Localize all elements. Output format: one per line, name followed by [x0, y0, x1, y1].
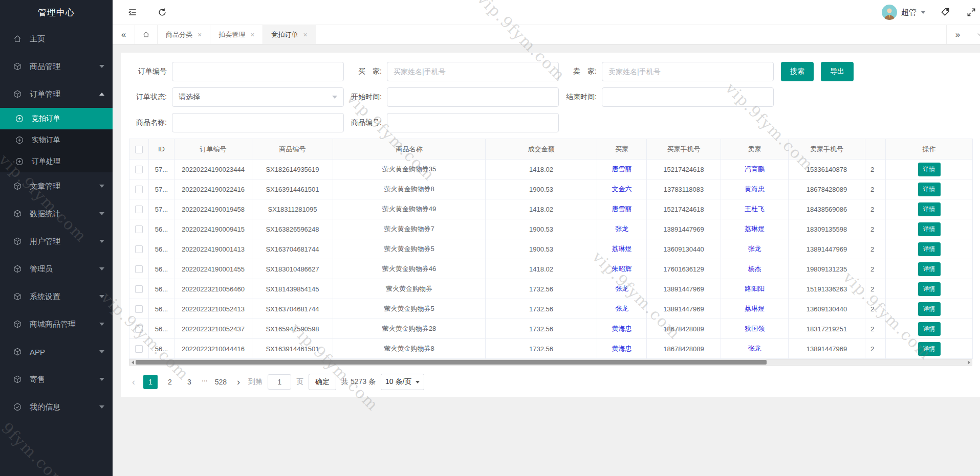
sidebar-subitem[interactable]: 订单处理 — [0, 151, 113, 172]
seller-link[interactable]: 荔琳煜 — [745, 305, 765, 312]
sidebar-item[interactable]: 寄售 — [0, 366, 113, 393]
sidebar-item[interactable]: 系统设置 — [0, 283, 113, 310]
search-button[interactable]: 搜索 — [781, 62, 814, 81]
home-tab-icon[interactable] — [135, 25, 158, 44]
buyer-link[interactable]: 文金六 — [612, 185, 632, 193]
tab-label: 拍卖管理 — [219, 30, 245, 39]
row-checkbox[interactable] — [135, 245, 143, 253]
row-checkbox[interactable] — [135, 345, 143, 353]
detail-button[interactable]: 详情 — [918, 183, 941, 196]
row-checkbox[interactable] — [135, 325, 143, 333]
sidebar-item[interactable]: 数据统计 — [0, 200, 113, 228]
seller-link[interactable]: 路阳阳 — [745, 285, 765, 292]
scroll-left-arrow-icon[interactable] — [129, 359, 136, 365]
detail-button[interactable]: 详情 — [918, 302, 941, 316]
scroll-right-arrow-icon[interactable] — [966, 359, 972, 365]
row-checkbox[interactable] — [135, 305, 143, 313]
close-icon[interactable]: × — [198, 31, 202, 39]
page-size-select[interactable]: 10 条/页 — [381, 374, 424, 390]
select-all-header[interactable] — [129, 139, 149, 160]
product-name-input[interactable] — [172, 113, 344, 132]
fullscreen-icon[interactable] — [966, 7, 977, 18]
goto-page-input[interactable] — [268, 374, 291, 390]
sidebar-item[interactable]: 订单管理 — [0, 80, 113, 108]
refresh-icon[interactable] — [157, 7, 168, 18]
seller-input[interactable] — [602, 62, 774, 81]
seller-link[interactable]: 王杜飞 — [745, 205, 765, 213]
row-checkbox[interactable] — [135, 285, 143, 293]
menu-fold-icon[interactable] — [127, 7, 138, 18]
seller-link[interactable]: 荔琳煜 — [745, 225, 765, 233]
scrollbar-track[interactable] — [136, 359, 966, 365]
buyer-link[interactable]: 朱昭辉 — [612, 265, 632, 273]
seller-link[interactable]: 杨杰 — [748, 265, 761, 273]
sidebar-item[interactable]: 我的信息 — [0, 393, 113, 421]
row-checkbox[interactable] — [135, 225, 143, 233]
goto-confirm-button[interactable]: 确定 — [309, 374, 336, 390]
sidebar-item[interactable]: 主页 — [0, 25, 113, 53]
scrollbar-thumb[interactable] — [136, 360, 767, 365]
close-icon[interactable]: × — [303, 31, 307, 39]
sidebar-item[interactable]: APP — [0, 338, 113, 366]
page-number[interactable]: 528 — [213, 375, 229, 389]
buyer-link[interactable]: 黄海忠 — [612, 345, 632, 352]
prev-page-button[interactable]: ‹ — [129, 377, 138, 388]
product-no-input[interactable] — [387, 113, 559, 132]
detail-button[interactable]: 详情 — [918, 202, 941, 216]
sidebar-item[interactable]: 商城商品管理 — [0, 310, 113, 338]
end-time-input[interactable] — [602, 87, 774, 107]
page-number[interactable]: 3 — [182, 375, 197, 389]
export-button[interactable]: 导出 — [821, 62, 854, 81]
sidebar-subitem[interactable]: 实物订单 — [0, 129, 113, 151]
tag-icon[interactable] — [940, 7, 951, 18]
buyer-link[interactable]: 张龙 — [615, 225, 628, 233]
horizontal-scrollbar[interactable] — [129, 359, 972, 366]
select-all-checkbox[interactable] — [135, 146, 143, 153]
page-number[interactable]: 2 — [163, 375, 177, 389]
sidebar-item[interactable]: 商品管理 — [0, 53, 113, 80]
detail-button[interactable]: 详情 — [918, 222, 941, 236]
detail-button[interactable]: 详情 — [918, 342, 941, 356]
tab-item[interactable]: 商品分类× — [158, 25, 210, 44]
sidebar-item[interactable]: 管理员 — [0, 255, 113, 283]
seller-link[interactable]: 狄国领 — [745, 325, 765, 332]
tabs-scroll-right-icon[interactable]: » — [946, 25, 969, 44]
close-icon[interactable]: × — [250, 31, 254, 39]
amount-cell: 1418.02 — [486, 160, 597, 179]
detail-button[interactable]: 详情 — [918, 262, 941, 276]
seller-link[interactable]: 冯育鹏 — [745, 165, 765, 173]
detail-button[interactable]: 详情 — [918, 282, 941, 296]
tabs-scroll-left-icon[interactable]: « — [113, 25, 135, 44]
detail-button[interactable]: 详情 — [918, 322, 941, 336]
buyer-link[interactable]: 张龙 — [615, 305, 628, 312]
buyer-link[interactable]: 荔琳煜 — [612, 245, 632, 253]
row-checkbox[interactable] — [135, 186, 143, 193]
buyer-link[interactable]: 唐雪丽 — [612, 205, 632, 213]
order-status-select[interactable]: 请选择 — [172, 87, 344, 107]
buyer-input[interactable] — [387, 62, 559, 81]
buyer-link[interactable]: 张龙 — [615, 285, 628, 292]
detail-button[interactable]: 详情 — [918, 163, 941, 176]
tab-active[interactable]: 竞拍订单× — [263, 25, 316, 44]
buyer-link[interactable]: 黄海忠 — [612, 325, 632, 332]
user-menu[interactable]: 超管 — [882, 5, 926, 20]
sidebar-item[interactable]: 用户管理 — [0, 228, 113, 255]
seller-link[interactable]: 黄海忠 — [745, 185, 765, 193]
row-checkbox[interactable] — [135, 206, 143, 213]
sidebar-item[interactable]: 文章管理 — [0, 172, 113, 200]
tab-item[interactable]: 拍卖管理× — [210, 25, 263, 44]
row-checkbox[interactable] — [135, 166, 143, 173]
tabs-collapse-icon[interactable] — [969, 25, 980, 44]
start-time-input[interactable] — [387, 87, 559, 107]
page-number[interactable]: 1 — [143, 375, 158, 389]
seller-link[interactable]: 张龙 — [748, 345, 761, 352]
buyer-cell: 唐雪丽 — [597, 199, 647, 219]
detail-button[interactable]: 详情 — [918, 242, 941, 256]
order-no-input[interactable] — [172, 62, 344, 81]
row-checkbox[interactable] — [135, 265, 143, 273]
buyer-link[interactable]: 唐雪丽 — [612, 165, 632, 173]
seller-link[interactable]: 张龙 — [748, 245, 761, 253]
next-page-button[interactable]: › — [234, 377, 243, 388]
product-name-cell: 萤火黄金购物券8 — [333, 179, 486, 199]
sidebar-subitem[interactable]: 竞拍订单 — [0, 108, 113, 129]
